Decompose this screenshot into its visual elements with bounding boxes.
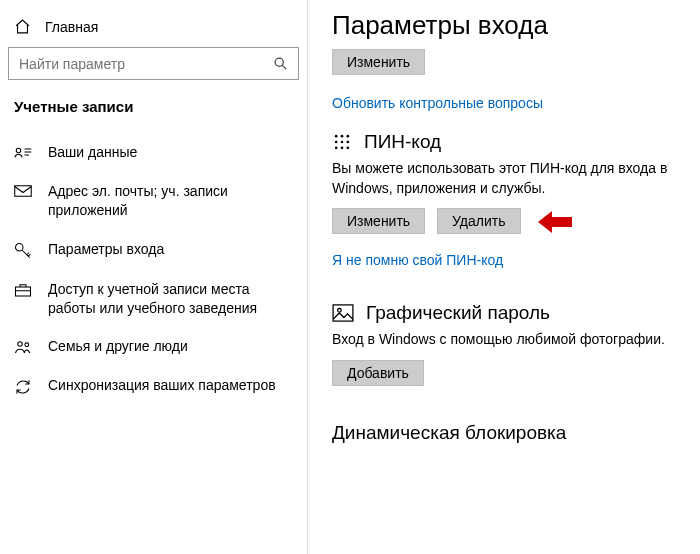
svg-rect-17 [333,305,353,321]
sidebar-item-sync[interactable]: Синхронизация ваших параметров [0,366,307,406]
svg-marker-16 [538,211,572,233]
keypad-icon [332,132,352,152]
svg-point-11 [341,141,344,144]
search-field[interactable] [19,56,273,72]
person-card-icon [14,145,32,159]
forgot-pin-link[interactable]: Я не помню свой ПИН-код [332,252,503,268]
svg-point-3 [16,243,24,251]
sidebar-home-label: Главная [45,19,98,35]
svg-point-5 [18,342,23,347]
svg-point-12 [347,141,350,144]
page-title: Параметры входа [332,10,692,41]
sidebar-item-label: Синхронизация ваших параметров [48,376,276,395]
sidebar-item-email-accounts[interactable]: Адрес эл. почты; уч. записи приложений [0,172,307,230]
pin-change-button[interactable]: Изменить [332,208,425,234]
svg-point-10 [335,141,338,144]
sidebar-item-label: Ваши данные [48,143,137,162]
sidebar-item-your-info[interactable]: Ваши данные [0,133,307,172]
svg-point-13 [335,147,338,150]
sidebar-section-title: Учетные записи [0,94,307,133]
svg-point-7 [335,135,338,138]
svg-point-15 [347,147,350,150]
sidebar-item-label: Параметры входа [48,240,164,259]
people-icon [14,339,32,355]
pin-description: Вы можете использовать этот ПИН-код для … [332,159,692,198]
sidebar-item-label: Семья и другие люди [48,337,188,356]
sidebar-item-family[interactable]: Семья и другие люди [0,327,307,366]
sync-icon [14,378,32,396]
change-button-top[interactable]: Изменить [332,49,425,75]
highlight-arrow-icon [538,210,574,234]
sidebar-item-signin-options[interactable]: Параметры входа [0,230,307,270]
update-questions-link[interactable]: Обновить контрольные вопросы [332,95,543,111]
svg-point-0 [275,58,283,66]
pin-remove-button[interactable]: Удалить [437,208,520,234]
main-content: Параметры входа Изменить Обновить контро… [308,0,700,554]
mail-icon [14,184,32,198]
sidebar-home[interactable]: Главная [0,12,307,47]
home-icon [14,18,31,35]
briefcase-icon [14,282,32,298]
picture-password-heading: Графический пароль [366,302,550,324]
svg-point-6 [25,343,29,347]
picture-password-description: Вход в Windows с помощью любимой фотогра… [332,330,692,350]
sidebar-item-label: Доступ к учетной записи места работы или… [48,280,293,318]
svg-rect-2 [15,186,32,197]
picture-password-add-button[interactable]: Добавить [332,360,424,386]
search-input[interactable] [8,47,299,80]
pin-heading: ПИН-код [364,131,441,153]
svg-point-1 [16,148,21,153]
sidebar: Главная Учетные записи Ваши данные [0,0,308,554]
dynamic-lock-heading: Динамическая блокировка [332,422,692,444]
picture-icon [332,304,354,322]
svg-point-9 [347,135,350,138]
sidebar-item-work-access[interactable]: Доступ к учетной записи места работы или… [0,270,307,328]
sidebar-item-label: Адрес эл. почты; уч. записи приложений [48,182,293,220]
search-icon [273,56,288,71]
svg-rect-4 [16,287,31,296]
svg-point-8 [341,135,344,138]
svg-point-14 [341,147,344,150]
svg-point-18 [338,309,342,313]
key-icon [14,242,32,260]
